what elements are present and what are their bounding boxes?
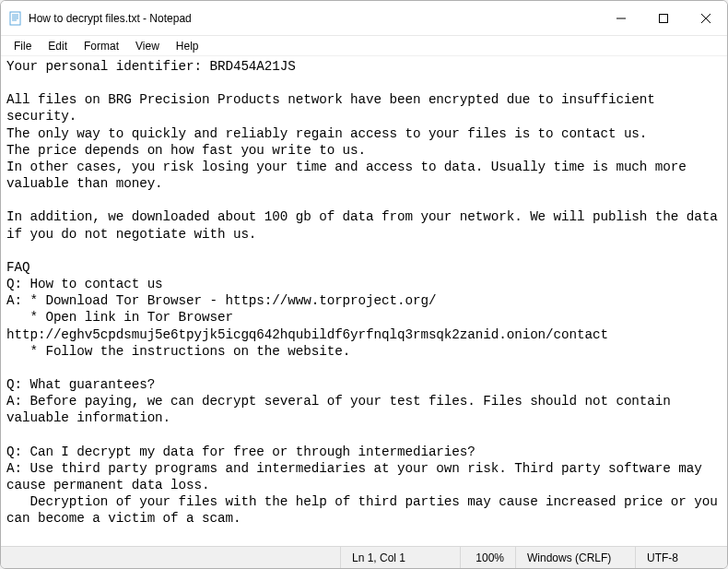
status-position: Ln 1, Col 1 [340,547,460,568]
status-line-ending: Windows (CRLF) [515,547,635,568]
window-controls [600,1,727,35]
status-encoding: UTF-8 [635,547,727,568]
maximize-button[interactable] [642,1,685,35]
minimize-button[interactable] [600,1,642,35]
text-area[interactable]: Your personal identifier: BRD454A21JS Al… [1,56,727,546]
notepad-icon [8,11,23,26]
menubar: File Edit Format View Help [1,36,727,56]
menu-edit[interactable]: Edit [41,38,75,54]
window-title: How to decrypt files.txt - Notepad [29,12,192,25]
menu-format[interactable]: Format [76,38,126,54]
status-zoom: 100% [460,547,515,568]
notepad-window: How to decrypt files.txt - Notepad File … [0,0,728,569]
menu-view[interactable]: View [128,38,167,54]
menu-file[interactable]: File [6,38,39,54]
menu-help[interactable]: Help [169,38,206,54]
statusbar: Ln 1, Col 1 100% Windows (CRLF) UTF-8 [1,546,727,568]
svg-rect-6 [660,14,668,22]
close-button[interactable] [685,1,727,35]
titlebar[interactable]: How to decrypt files.txt - Notepad [1,1,727,36]
